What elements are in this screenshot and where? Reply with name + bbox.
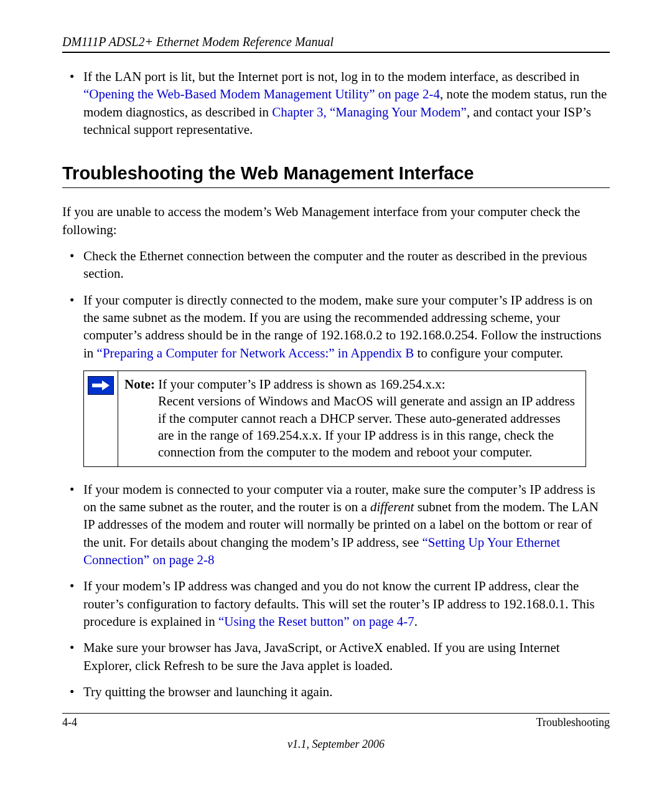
list-item: Try quitting the browser and launching i…: [62, 683, 610, 701]
note-label: Note:: [124, 377, 155, 392]
footer-section: Troubleshooting: [536, 716, 610, 729]
header-rule: [62, 52, 610, 53]
link-managing-your-modem[interactable]: Chapter 3, “Managing Your Modem”: [272, 105, 467, 120]
emphasis: different: [370, 499, 414, 514]
note-headline: If your computer’s IP address is shown a…: [155, 377, 446, 392]
link-open-web-utility[interactable]: “Opening the Web-Based Modem Management …: [83, 87, 440, 101]
list-item: Make sure your browser has Java, JavaScr…: [62, 639, 610, 674]
page-footer: 4-4 Troubleshooting v1.1, September 2006: [62, 713, 610, 751]
note-body: Recent versions of Windows and MacOS wil…: [124, 393, 579, 461]
text: to configure your computer.: [414, 346, 563, 361]
top-bullet-list: If the LAN port is lit, but the Internet…: [62, 68, 610, 138]
text: .: [414, 614, 418, 629]
text: Make sure your browser has Java, JavaScr…: [83, 640, 560, 672]
list-item: If your modem is connected to your compu…: [62, 481, 610, 569]
note-text-cell: Note: If your computer’s IP address is s…: [118, 371, 586, 466]
page: DM111P ADSL2+ Ethernet Modem Reference M…: [0, 0, 672, 807]
bullet-list-1: Check the Ethernet connection between th…: [62, 247, 610, 362]
note-icon-cell: [84, 371, 118, 466]
text: Check the Ethernet connection between th…: [83, 248, 587, 281]
list-item: If your computer is directly connected t…: [62, 291, 610, 362]
footer-rule: [62, 713, 610, 714]
section-rule: [62, 187, 610, 188]
arrow-right-icon: [88, 376, 114, 395]
text: Try quitting the browser and launching i…: [83, 684, 333, 699]
list-item: If the LAN port is lit, but the Internet…: [62, 68, 610, 138]
running-head: DM111P ADSL2+ Ethernet Modem Reference M…: [62, 35, 610, 49]
note-box: Note: If your computer’s IP address is s…: [83, 370, 586, 466]
list-item: Check the Ethernet connection between th…: [62, 247, 610, 283]
section-intro: If you are unable to access the modem’s …: [62, 203, 610, 238]
section-heading: Troubleshooting the Web Management Inter…: [62, 163, 610, 184]
bullet-list-2: If your modem is connected to your compu…: [62, 481, 610, 701]
text: If the LAN port is lit, but the Internet…: [83, 69, 579, 84]
list-item: If your modem’s IP address was changed a…: [62, 577, 610, 630]
footer-version: v1.1, September 2006: [62, 738, 610, 751]
link-preparing-computer[interactable]: “Preparing a Computer for Network Access…: [97, 346, 414, 361]
page-number: 4-4: [62, 716, 77, 729]
link-reset-button[interactable]: “Using the Reset button” on page 4-7: [218, 614, 414, 629]
